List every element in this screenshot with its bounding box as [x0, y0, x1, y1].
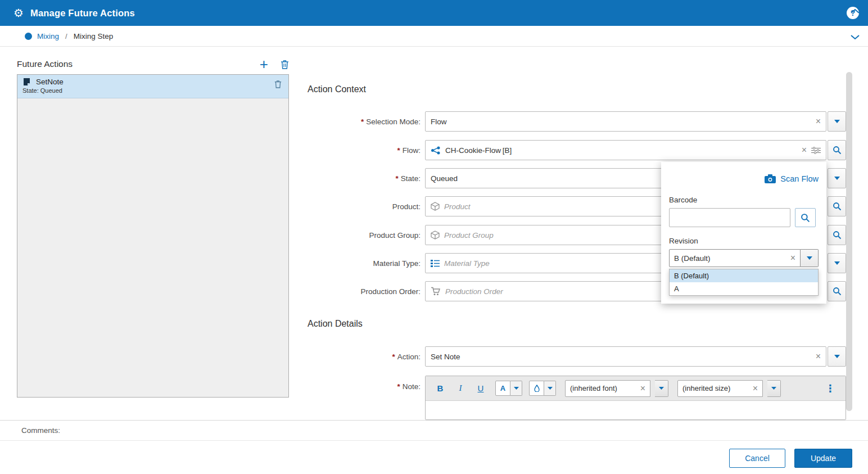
- form-row-note: * Note: B I U A: [306, 376, 846, 420]
- caret-down-icon: [771, 387, 776, 390]
- clear-icon[interactable]: ×: [790, 254, 795, 263]
- form-row-selection-mode: * Selection Mode: Flow ×: [306, 111, 846, 132]
- font-family-dropdown-button[interactable]: [655, 380, 668, 397]
- revision-option-b[interactable]: B (Default): [670, 269, 818, 282]
- delete-item-button[interactable]: [274, 80, 282, 91]
- font-size-combobox[interactable]: (inherited size) ×: [677, 380, 763, 397]
- action-combobox[interactable]: Set Note ×: [425, 346, 826, 367]
- flow-search-button[interactable]: [828, 140, 846, 160]
- revision-option-a[interactable]: A: [670, 282, 818, 295]
- caret-down-icon: [834, 177, 840, 180]
- comments-label: Comments:: [21, 426, 60, 435]
- flow-input-wrap: CH-Cookie-Flow [B] ×: [425, 140, 846, 160]
- material-type-label: Material Type:: [373, 259, 421, 268]
- future-actions-list: SetNote State: Queued: [17, 74, 289, 398]
- selection-mode-label-cell: * Selection Mode:: [306, 111, 421, 132]
- clear-icon[interactable]: ×: [753, 384, 758, 393]
- barcode-label: Barcode: [669, 196, 819, 204]
- state-dropdown-button[interactable]: [828, 168, 846, 188]
- product-search-button[interactable]: [828, 196, 846, 216]
- cancel-button[interactable]: Cancel: [729, 449, 785, 468]
- future-actions-header: Future Actions +: [17, 56, 289, 73]
- clear-icon[interactable]: ×: [816, 117, 821, 126]
- clear-icon[interactable]: ×: [640, 384, 645, 393]
- caret-down-icon: [834, 120, 840, 123]
- font-size-dropdown-button[interactable]: [767, 380, 781, 397]
- font-color-dropdown-button[interactable]: [510, 381, 522, 396]
- breadcrumb-separator: /: [65, 32, 67, 40]
- product-group-search-button[interactable]: [828, 225, 846, 245]
- action-label-cell: * Action:: [306, 346, 421, 367]
- action-dropdown-button[interactable]: [828, 346, 846, 367]
- font-family-combobox[interactable]: (inherited font) ×: [565, 380, 650, 397]
- gear-icon[interactable]: ⚙: [13, 7, 24, 19]
- state-label: State:: [401, 174, 421, 183]
- scan-flow-button[interactable]: Scan Flow: [669, 169, 819, 188]
- form-row-flow: * Flow: CH-Cookie-Flow [B] ×: [306, 140, 846, 160]
- italic-button[interactable]: I: [453, 381, 468, 396]
- note-icon: [22, 78, 31, 86]
- highlight-dropdown-button[interactable]: [544, 381, 556, 396]
- product-label-cell: Product:: [306, 196, 421, 216]
- note-rich-text-editor[interactable]: B I U A (inher: [425, 376, 846, 420]
- selection-mode-dropdown-button[interactable]: [828, 111, 846, 132]
- font-color-group: A: [495, 381, 522, 396]
- breadcrumb: Mixing / Mixing Step: [0, 26, 868, 47]
- scan-flow-popup: Scan Flow Barcode Revision B (Default) ×…: [661, 162, 826, 304]
- highlight-color-group: [529, 381, 556, 396]
- clear-icon[interactable]: ×: [816, 352, 821, 361]
- list-item-name: SetNote: [36, 78, 64, 86]
- product-group-label: Product Group:: [369, 231, 421, 240]
- flow-value: CH-Cookie-Flow [B]: [445, 146, 797, 155]
- titlebar: ⚙ Manage Future Actions: [0, 0, 868, 26]
- clear-icon[interactable]: ×: [802, 146, 807, 155]
- chevron-down-icon[interactable]: [850, 33, 860, 43]
- chevron-up-icon[interactable]: [850, 6, 860, 16]
- page-title: Manage Future Actions: [30, 8, 135, 19]
- barcode-input[interactable]: [669, 208, 790, 227]
- future-actions-title: Future Actions: [17, 59, 260, 69]
- update-button[interactable]: Update: [794, 449, 852, 468]
- caret-down-icon: [659, 387, 664, 390]
- scrollbar-thumb[interactable]: [846, 72, 852, 411]
- vertical-scrollbar[interactable]: [846, 72, 853, 411]
- form-row-action: * Action: Set Note ×: [306, 346, 846, 367]
- delete-actions-button[interactable]: [281, 60, 289, 69]
- flow-label: Flow:: [403, 146, 421, 155]
- required-marker: *: [392, 353, 395, 361]
- revision-combobox[interactable]: B (Default) ×: [669, 249, 801, 267]
- material-type-label-cell: Material Type:: [306, 253, 421, 273]
- comments-section: Comments:: [0, 420, 868, 441]
- note-label-cell: * Note:: [306, 376, 421, 420]
- flow-combobox[interactable]: CH-Cookie-Flow [B] ×: [425, 140, 826, 160]
- revision-dropdown-button[interactable]: [801, 249, 819, 267]
- note-toolbar: B I U A (inher: [426, 376, 846, 401]
- barcode-search-button[interactable]: [795, 208, 816, 227]
- barcode-row: [669, 208, 819, 227]
- app-root: ⚙ Manage Future Actions ? Mixing / Mixin…: [0, 0, 868, 474]
- font-color-button[interactable]: A: [495, 381, 510, 396]
- bold-button[interactable]: B: [432, 381, 448, 396]
- list-item-state: State: Queued: [22, 87, 283, 94]
- step-status-icon: [25, 33, 32, 40]
- production-order-label-cell: Production Order:: [306, 281, 421, 301]
- action-input-wrap: Set Note ×: [425, 346, 846, 367]
- droplet-icon: [534, 385, 540, 392]
- production-order-search-button[interactable]: [828, 281, 846, 301]
- material-type-dropdown-button[interactable]: [828, 253, 846, 273]
- production-order-label: Production Order:: [360, 287, 421, 296]
- more-options-button[interactable]: ⋮: [822, 382, 839, 395]
- material-type-icon: [431, 259, 440, 267]
- underline-button[interactable]: U: [473, 381, 489, 396]
- search-icon: [833, 146, 842, 155]
- highlight-color-button[interactable]: [529, 381, 544, 396]
- breadcrumb-mixing-link[interactable]: Mixing: [37, 32, 59, 40]
- caret-down-icon: [834, 261, 840, 265]
- revision-dropdown-list: B (Default) A: [669, 269, 819, 296]
- add-action-button[interactable]: +: [260, 58, 268, 70]
- selection-mode-combobox[interactable]: Flow ×: [425, 111, 826, 132]
- flow-icon: [431, 146, 441, 155]
- note-content-area[interactable]: [426, 401, 846, 419]
- list-item-setnote[interactable]: SetNote State: Queued: [17, 75, 288, 98]
- filter-settings-icon[interactable]: [811, 147, 821, 154]
